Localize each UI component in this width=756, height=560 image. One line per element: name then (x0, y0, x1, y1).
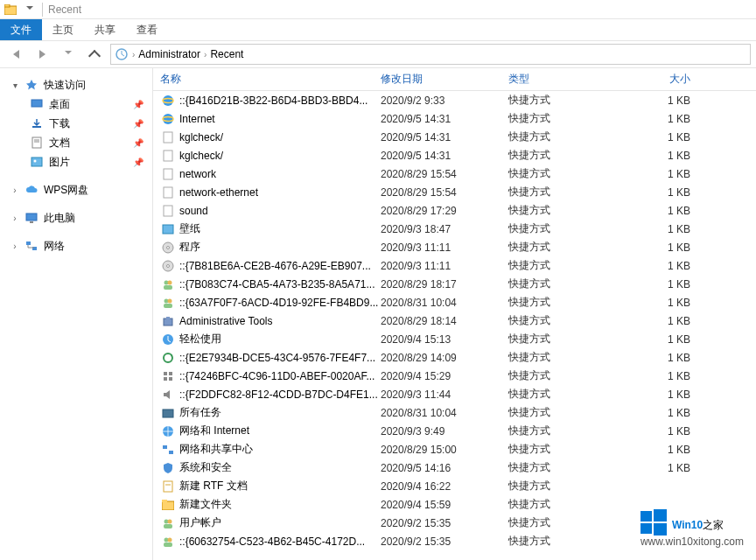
breadcrumb[interactable]: › Administrator › Recent (110, 44, 751, 65)
file-type: 快捷方式 (508, 332, 638, 346)
table-row[interactable]: kglcheck/2020/9/5 14:31快捷方式1 KB (153, 146, 756, 164)
file-size: 1 KB (638, 315, 690, 327)
table-row[interactable]: 系统和安全2020/9/5 14:16快捷方式1 KB (153, 458, 756, 477)
up-button[interactable] (84, 44, 105, 65)
sidebar-label: 桌面 (49, 97, 70, 112)
col-size[interactable]: 大小 (638, 72, 690, 87)
table-row[interactable]: 轻松使用2020/9/4 15:13快捷方式1 KB (153, 330, 756, 348)
crumb-administrator[interactable]: Administrator (138, 48, 200, 60)
file-icon (160, 204, 176, 218)
file-size: 1 KB (638, 462, 690, 474)
table-row[interactable]: 网络和 Internet2020/9/3 9:49快捷方式1 KB (153, 422, 756, 440)
sidebar-item-pictures[interactable]: 图片 📌 (0, 152, 152, 172)
file-type: 快捷方式 (508, 221, 638, 236)
svg-rect-56 (164, 542, 172, 547)
col-name[interactable]: 名称 (160, 72, 381, 87)
file-date: 2020/8/29 15:54 (381, 186, 508, 199)
svg-rect-21 (164, 169, 172, 179)
file-name: 网络和 Internet (179, 424, 381, 438)
img-icon (160, 222, 176, 236)
file-date: 2020/8/29 18:17 (381, 278, 508, 290)
table-row[interactable]: ::{7B81BE6A-CE2B-4676-A29E-EB907...2020/… (153, 256, 756, 275)
users-icon (160, 516, 176, 530)
sidebar-label: WPS网盘 (44, 183, 88, 198)
sidebar-item-wps[interactable]: › WPS网盘 (0, 180, 152, 200)
table-row[interactable]: Internet2020/9/5 14:31快捷方式1 KB (153, 109, 756, 128)
table-row[interactable]: network-ethernet2020/8/29 15:54快捷方式1 KB (153, 183, 756, 201)
recent-locations-button[interactable] (58, 44, 79, 65)
desktop-icon (30, 97, 44, 111)
users-icon (160, 277, 176, 291)
tab-home[interactable]: 主页 (42, 19, 84, 40)
sidebar-item-quick-access[interactable]: ▾ 快速访问 (0, 75, 152, 94)
table-row[interactable]: ::{E2E7934B-DCE5-43C4-9576-7FE4F7...2020… (153, 348, 756, 367)
table-row[interactable]: kglcheck/2020/9/5 14:31快捷方式1 KB (153, 128, 756, 146)
table-row[interactable]: ::{63A7F0F7-6ACD-4D19-92FE-FB4BD9...2020… (153, 293, 756, 312)
file-type: 快捷方式 (508, 424, 638, 438)
forward-button[interactable] (32, 44, 52, 65)
table-row[interactable]: ::{7B083C74-CBA5-4A73-B235-8A5A71...2020… (153, 275, 756, 293)
sidebar-item-documents[interactable]: 文档 📌 (0, 133, 152, 152)
file-size: 1 KB (638, 186, 690, 199)
file-name: ::{7B083C74-CBA5-4A73-B235-8A5A71... (179, 278, 381, 290)
chevron-right-icon[interactable]: › (10, 214, 19, 223)
sidebar-item-network[interactable]: › 网络 (0, 236, 152, 256)
table-row[interactable]: Administrative Tools2020/8/29 18:14快捷方式1… (153, 312, 756, 330)
tab-view[interactable]: 查看 (126, 19, 168, 40)
table-row[interactable]: 网络和共享中心2020/8/29 15:00快捷方式1 KB (153, 440, 756, 458)
table-row[interactable]: 程序2020/9/3 11:11快捷方式1 KB (153, 238, 756, 256)
file-size: 1 KB (638, 131, 690, 144)
chevron-right-icon[interactable]: › (10, 242, 19, 251)
file-date: 2020/9/5 14:31 (381, 150, 508, 162)
file-type: 快捷方式 (508, 93, 638, 108)
svg-rect-11 (26, 214, 37, 220)
table-row[interactable]: ::{74246BFC-4C96-11D0-ABEF-0020AF...2020… (153, 367, 756, 385)
svg-point-28 (167, 264, 170, 267)
file-date: 2020/9/5 14:31 (381, 131, 508, 144)
sidebar-item-downloads[interactable]: 下载 📌 (0, 114, 152, 133)
svg-point-17 (163, 114, 173, 124)
svg-rect-46 (169, 451, 173, 454)
crumb-recent[interactable]: Recent (210, 48, 243, 60)
file-icon (160, 130, 176, 144)
chevron-down-icon[interactable]: ▾ (10, 80, 19, 90)
table-row[interactable]: network2020/8/29 15:54快捷方式1 KB (153, 164, 756, 183)
sidebar-item-thispc[interactable]: › 此电脑 (0, 208, 152, 228)
file-date: 2020/8/29 17:29 (381, 205, 508, 217)
file-size: 1 KB (638, 407, 690, 419)
table-row[interactable]: ::{B416D21B-3B22-B6D4-BBD3-BBD4...2020/9… (153, 91, 756, 109)
tab-share[interactable]: 共享 (84, 19, 126, 40)
file-date: 2020/9/4 15:29 (381, 370, 508, 382)
address-bar: › Administrator › Recent (0, 40, 756, 68)
file-date: 2020/9/3 9:49 (381, 425, 508, 438)
table-row[interactable]: sound2020/8/29 17:29快捷方式1 KB (153, 201, 756, 220)
file-name: ::{E2E7934B-DCE5-43C4-9576-7FE4F7... (179, 352, 381, 364)
table-row[interactable]: ::{F2DDFC82-8F12-4CDD-B7DC-D4FE1...2020/… (153, 385, 756, 403)
file-date: 2020/9/5 14:16 (381, 462, 508, 474)
file-date: 2020/9/2 15:35 (381, 536, 508, 548)
file-type: 快捷方式 (508, 313, 638, 328)
file-size: 1 KB (638, 278, 690, 290)
tab-file[interactable]: 文件 (0, 19, 42, 40)
svg-rect-39 (164, 372, 167, 375)
back-button[interactable] (5, 44, 26, 65)
file-type: 快捷方式 (508, 460, 638, 475)
file-type: 快捷方式 (508, 405, 638, 420)
file-date: 2020/9/3 11:44 (381, 388, 508, 401)
sidebar-item-desktop[interactable]: 桌面 📌 (0, 94, 152, 114)
dropdown-icon[interactable] (23, 3, 37, 17)
pin-icon: 📌 (133, 158, 144, 167)
table-row[interactable]: 所有任务2020/8/31 10:04快捷方式1 KB (153, 403, 756, 422)
file-type: 快捷方式 (508, 258, 638, 273)
col-type[interactable]: 类型 (508, 72, 638, 87)
titlebar: Recent (0, 0, 756, 19)
svg-point-33 (168, 298, 172, 303)
svg-rect-57 (640, 511, 652, 522)
file-date: 2020/9/3 11:11 (381, 260, 508, 272)
file-list: 名称 修改日期 类型 大小 ::{B416D21B-3B22-B6D4-BBD3… (153, 68, 756, 560)
table-row[interactable]: 壁纸2020/9/3 18:47快捷方式1 KB (153, 220, 756, 238)
svg-point-30 (168, 280, 172, 284)
table-row[interactable]: 新建 RTF 文档2020/9/4 16:22快捷方式 (153, 477, 756, 495)
col-date[interactable]: 修改日期 (381, 72, 508, 87)
chevron-right-icon[interactable]: › (10, 186, 19, 195)
